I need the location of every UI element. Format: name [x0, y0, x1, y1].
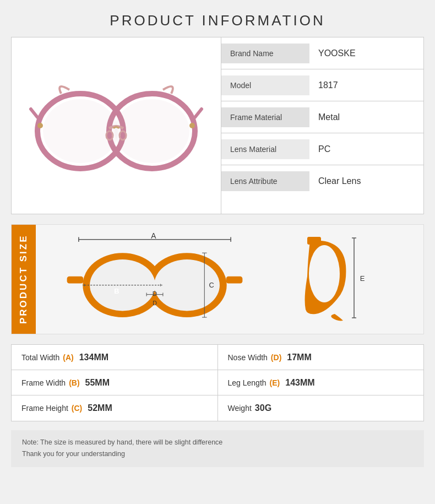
meas-label: Weight — [228, 404, 252, 413]
measurement-cell: Nose Width(D)17MM — [218, 345, 424, 370]
spec-value: PC — [309, 139, 423, 160]
measurement-cell: Weight30G — [218, 395, 424, 421]
spec-value: Metal — [309, 107, 423, 128]
spec-value: YOOSKE — [309, 43, 423, 64]
diagram-front: A — [67, 232, 243, 326]
svg-point-8 — [43, 99, 118, 163]
spec-row: Frame MaterialMetal — [221, 101, 423, 133]
spec-row: Brand NameYOOSKE — [221, 37, 423, 69]
meas-letter: (C) — [72, 404, 82, 413]
meas-letter: (E) — [270, 378, 280, 387]
meas-value: 52MM — [88, 403, 112, 413]
note-section: Note: The size is measured by hand, ther… — [11, 430, 424, 467]
meas-value: 30G — [255, 403, 271, 413]
spec-label: Lens Attribute — [221, 171, 309, 191]
spec-value: 1817 — [309, 75, 423, 96]
front-diagram-svg: A — [67, 232, 243, 326]
svg-rect-36 — [226, 277, 243, 284]
measurements-section: Total Width(A)134MMNose Width(D)17MMFram… — [11, 344, 424, 421]
measurement-cell: Leg Length(E)143MM — [218, 370, 424, 395]
page-wrapper: PRODUCT INFORMATION — [0, 0, 435, 478]
svg-line-2 — [31, 109, 37, 117]
svg-line-3 — [195, 109, 202, 117]
page-header: PRODUCT INFORMATION — [0, 0, 435, 37]
meas-label: Nose Width — [228, 353, 268, 362]
spec-row: Model1817 — [221, 69, 423, 101]
meas-value: 143MM — [285, 378, 314, 388]
diagram-side: E — [293, 232, 393, 326]
measurement-cell: Frame Width(B)55MM — [12, 370, 218, 395]
meas-label: Leg Length — [228, 378, 267, 387]
svg-rect-19 — [145, 281, 164, 288]
glasses-image — [28, 71, 204, 181]
spec-value: Clear Lens — [309, 171, 423, 192]
meas-letter: (D) — [271, 353, 281, 362]
svg-text:E: E — [360, 274, 365, 283]
svg-text:C: C — [209, 281, 214, 289]
meas-letter: (A) — [63, 353, 73, 362]
measurement-row: Total Width(A)134MMNose Width(D)17MM — [12, 345, 423, 370]
meas-label: Total Width — [21, 353, 59, 362]
svg-text:A: A — [151, 232, 156, 240]
svg-text:B: B — [114, 287, 119, 295]
measurement-row: Frame Height(C)52MMWeight30G — [12, 395, 423, 421]
product-specs: Brand NameYOOSKEModel1817Frame MaterialM… — [221, 37, 423, 214]
size-section: PRODUCT SIZE A — [11, 224, 424, 334]
size-diagrams: A — [36, 225, 423, 334]
meas-value: 134MM — [79, 353, 108, 362]
meas-value: 55MM — [85, 378, 110, 388]
spec-label: Lens Material — [221, 139, 309, 159]
svg-rect-41 — [307, 237, 321, 245]
note-line2: Thank you for your understanding — [22, 448, 413, 460]
spec-label: Frame Material — [221, 107, 309, 127]
svg-point-7 — [189, 123, 195, 128]
side-diagram-svg: E — [293, 232, 393, 326]
spec-label: Brand Name — [221, 44, 309, 63]
page-title: PRODUCT INFORMATION — [0, 12, 435, 29]
svg-point-42 — [309, 245, 340, 302]
note-line1: Note: The size is measured by hand, ther… — [22, 437, 413, 448]
svg-rect-35 — [67, 277, 84, 284]
meas-label: Frame Height — [21, 404, 68, 413]
size-section-label: PRODUCT SIZE — [12, 225, 36, 334]
meas-letter: (B) — [69, 378, 79, 387]
svg-text:D: D — [153, 300, 157, 306]
svg-text:D: D — [153, 290, 157, 297]
svg-point-6 — [37, 123, 43, 128]
spec-label: Model — [221, 75, 309, 95]
measurement-cell: Frame Height(C)52MM — [12, 395, 218, 421]
meas-value: 17MM — [287, 353, 311, 362]
spec-row: Lens AttributeClear Lens — [221, 165, 423, 197]
product-info-section: Brand NameYOOSKEModel1817Frame MaterialM… — [11, 37, 424, 214]
meas-label: Frame Width — [21, 378, 66, 387]
measurement-row: Frame Width(B)55MMLeg Length(E)143MM — [12, 370, 423, 395]
product-image-box — [12, 37, 221, 214]
measurement-cell: Total Width(A)134MM — [12, 345, 218, 370]
spec-row: Lens MaterialPC — [221, 133, 423, 165]
svg-point-9 — [115, 99, 189, 163]
